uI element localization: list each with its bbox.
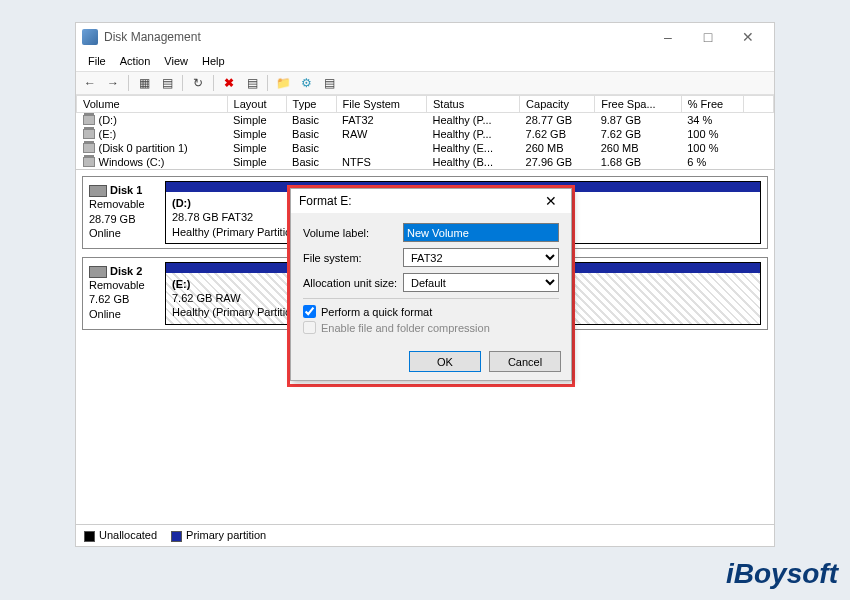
app-icon [82, 29, 98, 45]
legend-primary: Primary partition [186, 529, 266, 541]
close-button[interactable]: ✕ [728, 25, 768, 49]
primary-swatch [171, 531, 182, 542]
ok-button[interactable]: OK [409, 351, 481, 372]
disk-info: Disk 2Removable7.62 GBOnline [83, 258, 159, 329]
col-status[interactable]: Status [427, 96, 520, 113]
compression-checkbox [303, 321, 316, 334]
disk-icon [89, 185, 107, 197]
titlebar: Disk Management – □ ✕ [76, 23, 774, 51]
disk-icon [89, 266, 107, 278]
volume-list: Volume Layout Type File System Status Ca… [76, 95, 774, 170]
filesystem-select[interactable]: FAT32 [403, 248, 559, 267]
format-dialog: Format E: ✕ Volume label: File system: F… [290, 188, 572, 381]
dialog-title: Format E: [299, 194, 352, 208]
new-folder-icon[interactable]: 📁 [273, 73, 293, 93]
col-volume[interactable]: Volume [77, 96, 228, 113]
quick-format-label: Perform a quick format [321, 306, 432, 318]
menu-view[interactable]: View [158, 53, 194, 69]
back-button[interactable]: ← [80, 73, 100, 93]
drive-icon [83, 143, 95, 153]
drive-icon [83, 157, 95, 167]
minimize-button[interactable]: – [648, 25, 688, 49]
volume-label-input[interactable] [403, 223, 559, 242]
filesystem-label: File system: [303, 252, 403, 264]
allocation-size-label: Allocation unit size: [303, 277, 403, 289]
hide-console-tree-button[interactable]: ▦ [134, 73, 154, 93]
menu-file[interactable]: File [82, 53, 112, 69]
col-freespace[interactable]: Free Spa... [595, 96, 682, 113]
col-type[interactable]: Type [286, 96, 336, 113]
unallocated-swatch [84, 531, 95, 542]
properties-button[interactable]: ▤ [242, 73, 262, 93]
settings-icon[interactable]: ⚙ [296, 73, 316, 93]
cancel-button[interactable]: Cancel [489, 351, 561, 372]
compression-label: Enable file and folder compression [321, 322, 490, 334]
drive-icon [83, 129, 95, 139]
menubar: File Action View Help [76, 51, 774, 71]
menu-action[interactable]: Action [114, 53, 157, 69]
dialog-close-icon[interactable]: ✕ [539, 193, 563, 209]
col-layout[interactable]: Layout [227, 96, 286, 113]
quick-format-checkbox[interactable] [303, 305, 316, 318]
col-capacity[interactable]: Capacity [520, 96, 595, 113]
volume-label-label: Volume label: [303, 227, 403, 239]
allocation-size-select[interactable]: Default [403, 273, 559, 292]
menu-help[interactable]: Help [196, 53, 231, 69]
maximize-button[interactable]: □ [688, 25, 728, 49]
legend-unallocated: Unallocated [99, 529, 157, 541]
legend: Unallocated Primary partition [76, 524, 774, 546]
window-title: Disk Management [104, 30, 201, 44]
col-filesystem[interactable]: File System [336, 96, 426, 113]
table-row[interactable]: Windows (C:)SimpleBasicNTFSHealthy (B...… [77, 155, 774, 169]
table-row[interactable]: (E:)SimpleBasicRAWHealthy (P...7.62 GB7.… [77, 127, 774, 141]
toolbar: ← → ▦ ▤ ↻ ✖ ▤ 📁 ⚙ ▤ [76, 71, 774, 95]
table-row[interactable]: (Disk 0 partition 1)SimpleBasicHealthy (… [77, 141, 774, 155]
watermark: iBoysoft [726, 558, 838, 590]
disk-info: Disk 1Removable28.79 GBOnline [83, 177, 159, 248]
delete-button[interactable]: ✖ [219, 73, 239, 93]
table-row[interactable]: (D:)SimpleBasicFAT32Healthy (P...28.77 G… [77, 113, 774, 128]
list-view-icon[interactable]: ▤ [319, 73, 339, 93]
refresh-button[interactable]: ↻ [188, 73, 208, 93]
drive-icon [83, 115, 95, 125]
col-pctfree[interactable]: % Free [681, 96, 743, 113]
forward-button[interactable]: → [103, 73, 123, 93]
show-panel-button[interactable]: ▤ [157, 73, 177, 93]
